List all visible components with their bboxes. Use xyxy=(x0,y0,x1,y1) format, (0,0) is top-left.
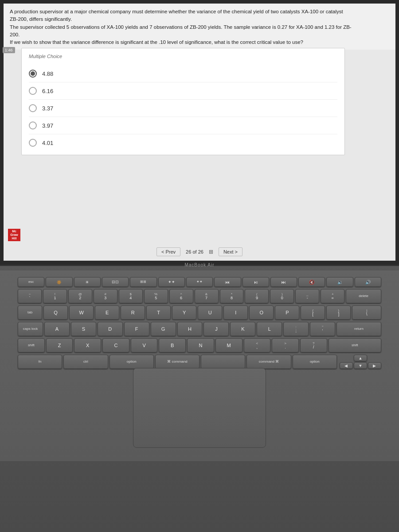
key-arrow-right[interactable]: ▶ xyxy=(368,362,381,369)
key-k[interactable]: K xyxy=(230,322,255,336)
option-value-4: 3.97 xyxy=(42,122,53,129)
option-4[interactable]: 3.97 xyxy=(29,117,337,134)
key-p[interactable]: P xyxy=(275,305,299,320)
key-equals[interactable]: += xyxy=(321,289,344,303)
key-w[interactable]: W xyxy=(69,305,94,320)
question-type-label: Multiple Choice xyxy=(29,54,337,59)
key-a[interactable]: A xyxy=(44,322,70,336)
key-q[interactable]: Q xyxy=(43,305,68,320)
key-n[interactable]: N xyxy=(187,338,214,352)
key-option-right[interactable]: option xyxy=(293,355,337,369)
option-5[interactable]: 4.01 xyxy=(29,134,337,151)
key-fn[interactable]: fn xyxy=(18,355,62,369)
key-j[interactable]: J xyxy=(203,322,229,336)
key-0[interactable]: )0 xyxy=(270,289,294,303)
next-button[interactable]: Next > xyxy=(219,247,243,256)
key-delete[interactable]: delete xyxy=(346,289,381,303)
key-d[interactable]: D xyxy=(98,322,123,336)
key-t[interactable]: T xyxy=(146,305,171,320)
key-c[interactable]: C xyxy=(102,338,129,352)
key-command-right[interactable]: command ⌘ xyxy=(246,355,291,369)
key-4[interactable]: $4 xyxy=(119,289,143,303)
key-f7[interactable]: ⏮ xyxy=(214,277,241,287)
bottom-row: fn ctrl option ⌘ command command ⌘ xyxy=(18,355,381,369)
key-2[interactable]: @2 xyxy=(68,289,92,303)
grid-icon[interactable]: ⊞ xyxy=(209,249,213,255)
key-7[interactable]: &7 xyxy=(195,289,219,303)
radio-3[interactable] xyxy=(29,104,37,112)
key-backtick[interactable]: ~` xyxy=(18,289,42,303)
key-i[interactable]: I xyxy=(223,305,248,320)
key-s[interactable]: S xyxy=(71,322,96,336)
radio-4[interactable] xyxy=(29,121,37,129)
key-8[interactable]: *8 xyxy=(220,289,244,303)
key-semicolon[interactable]: :; xyxy=(283,322,309,336)
key-return[interactable]: return xyxy=(336,322,381,336)
key-o[interactable]: O xyxy=(249,305,274,320)
key-f12[interactable]: 🔊 xyxy=(355,277,381,287)
key-f9[interactable]: ⏭ xyxy=(270,277,297,287)
key-quote[interactable]: "' xyxy=(310,322,335,336)
key-capslock[interactable]: caps lock xyxy=(18,322,43,336)
zxcv-row: shift Z X C V B N M <, >. ?/ shi xyxy=(18,338,381,352)
key-f3[interactable]: ⊟⊡ xyxy=(102,277,129,287)
time-badge: 1:46 xyxy=(3,47,15,53)
key-9[interactable]: (9 xyxy=(245,289,269,303)
key-e[interactable]: E xyxy=(95,305,119,320)
key-f[interactable]: F xyxy=(124,322,149,336)
radio-5[interactable] xyxy=(29,139,37,147)
key-command-left[interactable]: ⌘ command xyxy=(155,355,200,369)
key-6[interactable]: ^6 xyxy=(169,289,193,303)
key-arrow-down[interactable]: ▼ xyxy=(354,362,367,369)
key-space[interactable] xyxy=(201,355,245,369)
key-m[interactable]: M xyxy=(215,338,243,352)
key-f6[interactable]: ✦✦ xyxy=(186,277,213,287)
key-f5[interactable]: ✦✦ xyxy=(158,277,185,287)
key-r[interactable]: R xyxy=(121,305,145,320)
radio-1[interactable] xyxy=(29,70,37,78)
key-backslash[interactable]: |\ xyxy=(352,305,381,320)
key-bracket-r[interactable]: }] xyxy=(326,305,351,320)
option-2[interactable]: 6.16 xyxy=(29,82,337,100)
key-f10[interactable]: 🔇 xyxy=(298,277,325,287)
key-minus[interactable]: _- xyxy=(295,289,319,303)
key-tab[interactable]: tab xyxy=(18,305,42,320)
key-f8[interactable]: ⏯ xyxy=(243,277,269,287)
key-f2[interactable]: ☀ xyxy=(74,277,101,287)
key-z[interactable]: Z xyxy=(46,338,73,352)
key-1[interactable]: !1 xyxy=(43,289,67,303)
option-3[interactable]: 3.37 xyxy=(29,100,337,117)
key-slash[interactable]: ?/ xyxy=(300,338,327,352)
key-g[interactable]: G xyxy=(151,322,176,336)
option-1[interactable]: 4.88 xyxy=(29,65,337,82)
key-5[interactable]: %5 xyxy=(144,289,168,303)
key-v[interactable]: V xyxy=(131,338,158,352)
key-f11[interactable]: 🔉 xyxy=(326,277,353,287)
key-shift-right[interactable]: shift xyxy=(329,338,381,352)
key-ctrl[interactable]: ctrl xyxy=(63,355,108,369)
key-b[interactable]: B xyxy=(159,338,186,352)
key-l[interactable]: L xyxy=(257,322,282,336)
key-h[interactable]: H xyxy=(177,322,203,336)
key-option-left[interactable]: option xyxy=(110,355,154,369)
key-esc[interactable]: esc xyxy=(18,277,44,287)
key-shift-left[interactable]: shift xyxy=(18,338,45,352)
screen-content: A production supervisor at a major chemi… xyxy=(4,4,395,261)
key-3[interactable]: #3 xyxy=(94,289,117,303)
key-y[interactable]: Y xyxy=(172,305,196,320)
key-bracket-l[interactable]: {[ xyxy=(301,305,325,320)
screen-bezel: A production supervisor at a major chemi… xyxy=(0,0,399,266)
key-arrow-left[interactable]: ◀ xyxy=(340,362,353,369)
radio-2[interactable] xyxy=(29,87,37,95)
key-period[interactable]: >. xyxy=(272,338,299,352)
keyboard-area: esc 🔅 ☀ ⊟⊡ ⊞⊞ ✦✦ ✦✦ ⏮ ⏯ ⏭ 🔇 🔉 🔊 ~` xyxy=(0,270,399,461)
key-x[interactable]: X xyxy=(74,338,101,352)
key-u[interactable]: U xyxy=(198,305,222,320)
key-f4[interactable]: ⊞⊞ xyxy=(130,277,156,287)
key-f1[interactable]: 🔅 xyxy=(46,277,72,287)
prev-button[interactable]: < Prev xyxy=(156,247,180,256)
trackpad[interactable] xyxy=(133,368,266,448)
key-comma[interactable]: <, xyxy=(244,338,271,352)
qwerty-row: tab Q W E R T Y U I O P {[ }] |\ xyxy=(18,305,381,320)
key-arrow-up[interactable]: ▲ xyxy=(354,355,367,361)
